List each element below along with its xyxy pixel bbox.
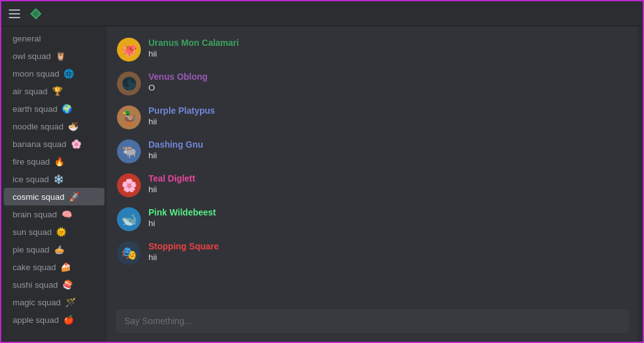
sidebar-item-general[interactable]: general [4,30,104,47]
message-content: Dashing Gnuhii [148,139,203,160]
avatar: 🦆 [117,106,141,129]
sidebar-item-label: cake squad [13,263,56,272]
message-content: Pink Wildebeesthi [148,207,216,228]
sidebar-item-label: fire squad [13,157,50,166]
sidebar-item-emoji: 🌍 [62,104,72,114]
sidebar-item-fire-squad[interactable]: fire squad🔥 [4,153,104,170]
sidebar-item-emoji: 🦉 [55,51,66,61]
sidebar-item-emoji: 🏆 [52,86,63,96]
sidebar-item-emoji: 🍎 [64,315,74,325]
message-username: Stopping Square [148,241,219,251]
sidebar-item-pie-squad[interactable]: pie squad🥧 [4,241,104,258]
message-username: Uranus Mon Calamari [148,38,239,48]
sidebar-item-cosmic-squad[interactable]: cosmic squad🚀 [4,188,104,205]
sidebar-item-owl-squad[interactable]: owl squad🦉 [4,47,104,65]
message-username: Teal Diglett [148,173,195,183]
message-text: O [148,83,208,92]
sidebar-item-noodle-squad[interactable]: noodle squad🍜 [4,117,104,135]
message-row: 🐙Uranus Mon Calamarihii [117,33,628,67]
messages-list: 🐙Uranus Mon Calamarihii🌑Venus OblongO🦆Pu… [107,26,638,303]
sidebar-item-label: owl squad [13,52,51,61]
sidebar-item-emoji: 🍜 [68,121,79,131]
sidebar-item-apple-squad[interactable]: apple squad🍎 [4,311,104,329]
main-layout: generalowl squad🦉moon squad🌐air squad🏆ea… [1,26,643,342]
sidebar-item-label: pie squad [13,245,50,254]
sidebar-item-emoji: 🥧 [54,244,65,254]
sidebar-item-label: sushi squad [13,280,58,290]
message-row: 🦆Purple Platypushii [117,101,628,134]
discord-nitro-icon[interactable] [29,7,43,21]
message-text: hii [148,185,195,194]
sidebar-item-moon-squad[interactable]: moon squad🌐 [4,65,104,82]
sidebar-item-emoji: 🌞 [56,227,67,237]
message-text: hii [148,117,215,126]
sidebar-item-label: moon squad [13,69,59,79]
scrollbar-track [638,26,643,342]
message-username: Dashing Gnu [148,139,203,150]
sidebar-item-magic-squad[interactable]: magic squad🪄 [4,293,104,311]
sidebar-item-emoji: 🌸 [71,139,82,149]
sidebar-item-earth-squad[interactable]: earth squad🌍 [4,100,104,117]
message-text: hi [148,219,216,228]
message-username: Venus Oblong [148,72,208,82]
message-text: hii [148,151,203,160]
message-row: 🌸Teal Digletthii [117,168,628,202]
sidebar-item-label: magic squad [13,298,61,307]
message-row: 🐃Dashing Gnuhii [117,134,628,168]
message-row: 🎭Stopping Squarehii [117,236,628,270]
sidebar-item-brain-squad[interactable]: brain squad🧠 [4,205,104,223]
message-username: Pink Wildebeest [148,207,216,217]
sidebar-item-label: ice squad [13,175,49,184]
chat-input[interactable] [116,309,629,333]
sidebar-item-label: sun squad [13,227,52,237]
sidebar-item-emoji: 🚀 [69,192,80,202]
message-content: Teal Digletthii [148,173,195,194]
avatar: 🎭 [117,241,141,265]
sidebar-item-emoji: 🍰 [60,262,71,272]
sidebar-item-label: air squad [13,87,48,96]
message-content: Venus OblongO [148,72,208,92]
message-content: Uranus Mon Calamarihii [148,38,239,58]
message-row: 🌑Venus OblongO [117,67,628,101]
input-area [107,303,638,342]
avatar: 🐙 [117,38,141,62]
message-username: Purple Platypus [148,106,215,116]
message-content: Purple Platypushii [148,106,215,126]
message-text: hii [148,253,219,262]
sidebar-item-label: earth squad [13,104,57,114]
sidebar-item-ice-squad[interactable]: ice squad❄️ [4,170,104,188]
sidebar-item-label: cosmic squad [13,192,65,202]
avatar: 🐋 [117,207,141,231]
sidebar-item-emoji: 🪄 [65,297,76,307]
hamburger-icon[interactable] [9,9,20,18]
sidebar-item-emoji: 🍣 [62,280,73,290]
topbar [1,1,643,26]
sidebar-item-sun-squad[interactable]: sun squad🌞 [4,223,104,241]
sidebar-item-emoji: 🌐 [64,68,74,79]
sidebar-item-air-squad[interactable]: air squad🏆 [4,82,104,100]
sidebar-item-emoji: ❄️ [53,174,64,184]
sidebar: generalowl squad🦉moon squad🌐air squad🏆ea… [1,26,107,342]
sidebar-item-emoji: 🧠 [62,209,72,219]
avatar: 🐃 [117,139,141,163]
message-text: hii [148,49,239,58]
sidebar-item-label: noodle squad [13,122,64,131]
sidebar-item-label: brain squad [13,210,57,219]
avatar: 🌸 [117,173,141,197]
sidebar-item-sushi-squad[interactable]: sushi squad🍣 [4,276,104,293]
sidebar-item-cake-squad[interactable]: cake squad🍰 [4,258,104,276]
sidebar-item-label: apple squad [13,315,59,325]
chat-area: 🐙Uranus Mon Calamarihii🌑Venus OblongO🦆Pu… [107,26,638,342]
message-content: Stopping Squarehii [148,241,219,262]
message-row: 🐋Pink Wildebeesthi [117,202,628,236]
sidebar-item-label: general [13,34,41,43]
sidebar-item-banana-squad[interactable]: banana squad🌸 [4,135,104,153]
sidebar-item-emoji: 🔥 [54,156,65,166]
avatar: 🌑 [117,72,141,95]
sidebar-item-label: banana squad [13,139,67,149]
